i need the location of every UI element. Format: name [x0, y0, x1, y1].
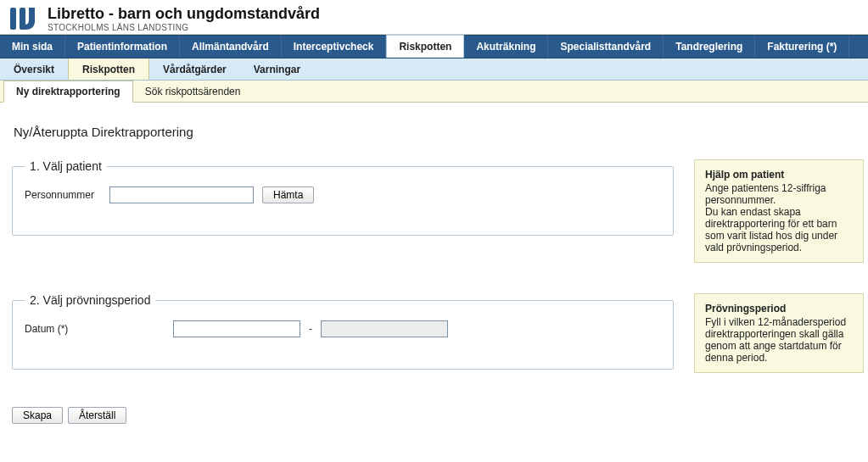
nav-fakturering[interactable]: Fakturering (*) [755, 36, 849, 58]
footer-buttons: Skapa Återställ [12, 407, 856, 424]
nav-akutrakning[interactable]: Akuträkning [464, 36, 548, 58]
nav-patientinformation[interactable]: Patientinformation [65, 36, 180, 58]
section2-legend: 2. Välj prövningsperiod [25, 293, 155, 307]
nav-min-sida[interactable]: Min sida [0, 36, 65, 58]
subtab-riskpotten[interactable]: Riskpotten [68, 58, 149, 80]
subtab-oversikt[interactable]: Översikt [0, 58, 68, 80]
app-title: Libretto - barn och ungdomstandvård [48, 5, 320, 23]
nav-tandreglering[interactable]: Tandreglering [664, 36, 755, 58]
nav-primary: Min sida Patientinformation Allmäntandvå… [0, 35, 868, 58]
help-period-body: Fyll i vilken 12-månadersperiod direktra… [705, 316, 853, 364]
help-provningsperiod: Prövningsperiod Fyll i vilken 12-månader… [694, 293, 864, 373]
nav-secondary: Översikt Riskpotten Vårdåtgärder Varning… [0, 58, 868, 81]
subtab-varningar[interactable]: Varningar [240, 58, 314, 80]
datum-label: Datum (*) [25, 323, 165, 335]
nav-allmantandvard[interactable]: Allmäntandvård [180, 36, 282, 58]
app-subtitle: STOCKHOLMS LÄNS LANDSTING [48, 23, 320, 32]
section-valj-patient: 1. Välj patient Personnummer Hämta [12, 159, 674, 236]
help-period-title: Prövningsperiod [705, 303, 853, 314]
hamta-button[interactable]: Hämta [262, 186, 314, 203]
personnummer-label: Personnummer [25, 189, 101, 201]
svg-rect-1 [20, 8, 25, 30]
personnummer-input[interactable] [109, 186, 254, 203]
tab-ny-direktrapportering[interactable]: Ny direktrapportering [3, 81, 133, 103]
help-patient-title: Hjälp om patient [705, 169, 853, 181]
subtab-vardatgarder[interactable]: Vårdåtgärder [149, 58, 240, 80]
nav-tertiary: Ny direktrapportering Sök riskpottsärend… [0, 81, 868, 103]
aterstall-button[interactable]: Återställ [68, 407, 126, 424]
nav-interceptivcheck[interactable]: Interceptivcheck [282, 36, 387, 58]
datum-separator: - [309, 323, 312, 335]
svg-rect-0 [10, 8, 16, 30]
help-patient: Hjälp om patient Ange patientens 12-siff… [694, 159, 864, 263]
tab-sok-riskpottsarenden[interactable]: Sök riskpottsärenden [133, 81, 253, 102]
datum-to-input [321, 320, 448, 337]
page-body: Ny/Återuppta Direktrapportering 1. Välj … [0, 103, 868, 437]
section1-legend: 1. Välj patient [25, 159, 107, 173]
nav-specialisttandvard[interactable]: Specialisttandvård [548, 36, 664, 58]
nav-riskpotten[interactable]: Riskpotten [386, 35, 464, 58]
skapa-button[interactable]: Skapa [12, 407, 63, 424]
datum-from-input[interactable] [173, 320, 300, 337]
section-valj-provningsperiod: 2. Välj prövningsperiod Datum (*) - [12, 293, 674, 370]
sll-logo-icon [8, 6, 39, 31]
app-header: Libretto - barn och ungdomstandvård STOC… [0, 0, 868, 34]
page-title: Ny/Återuppta Direktrapportering [14, 125, 856, 139]
help-patient-body: Ange patientens 12-siffriga personnummer… [705, 182, 853, 253]
